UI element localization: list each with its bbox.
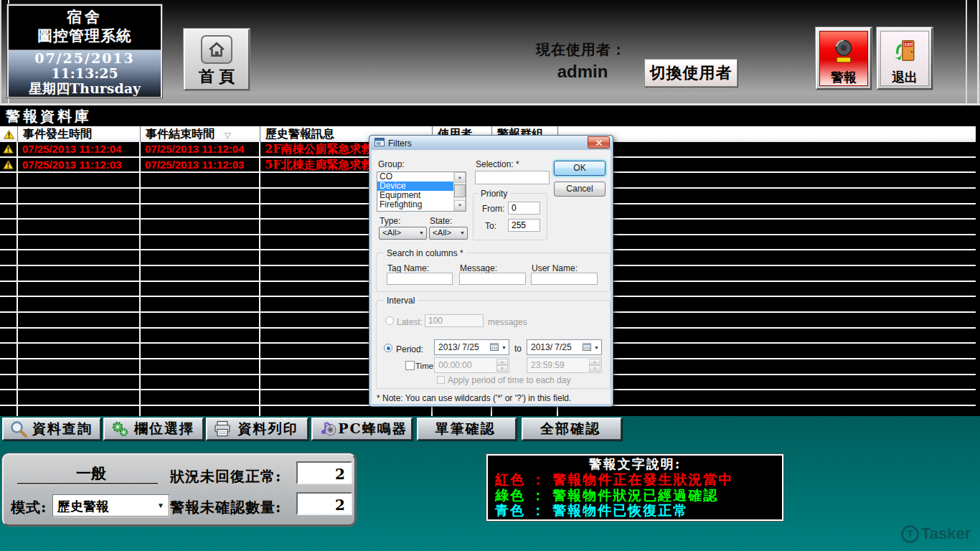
spin-down-icon-2[interactable]: ▼ (589, 365, 600, 372)
cancel-button[interactable]: Cancel (554, 182, 606, 197)
toolbar-button-single-confirm[interactable]: 單筆確認 (417, 418, 517, 441)
priority-to-input[interactable] (508, 219, 540, 232)
row-warning-icon (0, 235, 18, 250)
toolbar-button-label: 全部確認 (523, 420, 621, 438)
selection-label: Selection: * (476, 159, 519, 169)
row-warning-icon (0, 344, 18, 358)
sort-indicator-icon: ▽ (225, 131, 230, 140)
dialog-close-button[interactable] (588, 136, 610, 149)
time-from-spinner[interactable]: 00:00:00 ▲▼ (434, 357, 509, 373)
legend-lines: 紅色 ： 警報物件正在發生狀況當中綠色 ： 警報物件狀況已經過確認青色 ： 警報… (488, 472, 782, 519)
time-to-value: 23:59:59 (531, 360, 565, 370)
column-header-end-time[interactable]: 事件結束時間▽ (141, 126, 260, 142)
scrollbar-down-icon[interactable]: ▼ (454, 200, 466, 211)
dialog-body: Group: CODeviceEquipmentFirefighting ▲ ▼… (372, 150, 611, 404)
home-button[interactable]: 首頁 (184, 29, 250, 90)
group-label: Group: (378, 159, 405, 169)
type-label: Type: (380, 216, 400, 226)
exit-button[interactable]: EXIT 退出 (877, 27, 933, 90)
window-frame-right-outer (977, 0, 979, 105)
group-listbox[interactable]: CODeviceEquipmentFirefighting ▲ ▼ (377, 171, 466, 212)
time-to-spinner[interactable]: 23:59:59 ▲▼ (527, 357, 602, 373)
printer-icon (213, 420, 232, 438)
selection-input[interactable] (475, 171, 550, 184)
cell-start-time (18, 297, 141, 311)
gears-icon (110, 420, 129, 438)
cell-start-time (18, 250, 141, 265)
cell-filler (558, 266, 976, 281)
toolbar-button-label: 欄位選擇 (129, 420, 202, 438)
switch-user-button[interactable]: 切換使用者 (644, 59, 738, 87)
group-listbox-scrollbar[interactable]: ▲ ▼ (453, 172, 466, 211)
cell-end-time (141, 329, 260, 343)
spin-up-icon[interactable]: ▲ (496, 359, 508, 365)
row-warning-icon (0, 142, 18, 156)
toolbar-button-data-query[interactable]: 資料查詢 (2, 418, 101, 441)
table-row[interactable] (0, 406, 976, 416)
mode-label: 模式: (11, 498, 47, 517)
date-text: 07/25/2013 (9, 50, 161, 66)
dialog-icon (374, 138, 385, 149)
dialog-titlebar[interactable]: Filters (370, 136, 612, 150)
priority-from-input[interactable] (508, 202, 540, 215)
current-user-label: 現在使用者： (536, 40, 636, 60)
filters-dialog: Filters Group: CODeviceEquipmentFirefigh… (369, 135, 613, 407)
scrollbar-thumb[interactable] (454, 184, 466, 197)
time-checkbox[interactable] (405, 361, 415, 370)
period-to-combo[interactable]: 2013/ 7/25 ▼ (527, 339, 602, 355)
column-header-filler (558, 126, 976, 142)
latest-input[interactable]: 100 (425, 314, 484, 327)
legend-line: 綠色 ： 警報物件狀況已經過確認 (488, 488, 782, 504)
row-warning-icon (0, 406, 18, 416)
system-title-line1: 宿舍 (9, 6, 161, 27)
row-warning-icon (0, 204, 18, 219)
system-title-box: 宿舍 圖控管理系統 07/25/2013 11:13:25 星期四Thursda… (7, 4, 162, 98)
apply-label: Apply period of time to each day (448, 375, 570, 385)
toolbar-button-data-print[interactable]: 資料列印 (206, 418, 308, 441)
priority-from-label: From: (482, 204, 504, 214)
tag-name-input[interactable] (387, 273, 453, 285)
toolbar-button-confirm-all[interactable]: 全部確認 (522, 418, 622, 441)
legend-box: 警報文字說明: 紅色 ： 警報物件正在發生狀況當中綠色 ： 警報物件狀況已經過確… (486, 454, 783, 521)
cell-start-time (18, 390, 141, 405)
magnifier-icon (9, 420, 28, 438)
interval-groupbox-label: Interval (384, 296, 418, 306)
state-combo[interactable]: <All>▼ (429, 227, 468, 240)
apply-checkbox[interactable] (437, 376, 445, 384)
row-warning-icon (0, 390, 18, 405)
cell-start-time (18, 220, 141, 234)
mode-dropdown[interactable]: 歷史警報 ▼ (52, 494, 169, 517)
alarm-button[interactable]: 警報 (816, 27, 872, 90)
mode-dropdown-value: 歷史警報 (57, 498, 109, 515)
ok-button[interactable]: OK (554, 161, 606, 176)
cell-start-time: 07/25/2013 11:12:03 (18, 158, 141, 172)
cell-filler (558, 220, 976, 234)
weekday-text: 星期四Thursday (9, 81, 161, 96)
scrollbar-up-icon[interactable]: ▲ (454, 172, 466, 183)
svg-text:EXIT: EXIT (905, 42, 913, 46)
toolbar-button-column-select[interactable]: 欄位選擇 (103, 418, 204, 441)
spin-up-icon-2[interactable]: ▲ (589, 359, 600, 365)
cell-filler (558, 142, 976, 156)
period-radio[interactable] (384, 344, 392, 352)
row-warning-icon (0, 158, 18, 172)
row-warning-icon (0, 313, 18, 327)
spin-down-icon[interactable]: ▼ (496, 365, 508, 372)
type-combo-value: <All> (382, 228, 401, 237)
cell-end-time: 07/25/2013 11:12:03 (141, 158, 260, 172)
toolbar-button-label: 資料查詢 (28, 420, 100, 438)
group-item-firefighting[interactable]: Firefighting (377, 200, 466, 209)
cell-start-time (18, 329, 141, 343)
cell-filler (558, 173, 976, 187)
user-name-input[interactable] (531, 273, 598, 285)
message-input[interactable] (459, 273, 526, 285)
type-combo[interactable]: <All>▼ (379, 227, 427, 240)
column-header-start-time[interactable]: 事件發生時間 (18, 126, 141, 142)
cell-end-time (141, 173, 260, 187)
latest-radio[interactable] (385, 316, 394, 325)
home-button-label: 首頁 (185, 66, 248, 88)
priority-label: Priority (478, 189, 510, 199)
toolbar-button-pc-buzzer[interactable]: PC蜂鳴器 (311, 418, 413, 441)
period-from-combo[interactable]: 2013/ 7/25 ▼ (434, 339, 509, 355)
cell-start-time (18, 189, 141, 203)
